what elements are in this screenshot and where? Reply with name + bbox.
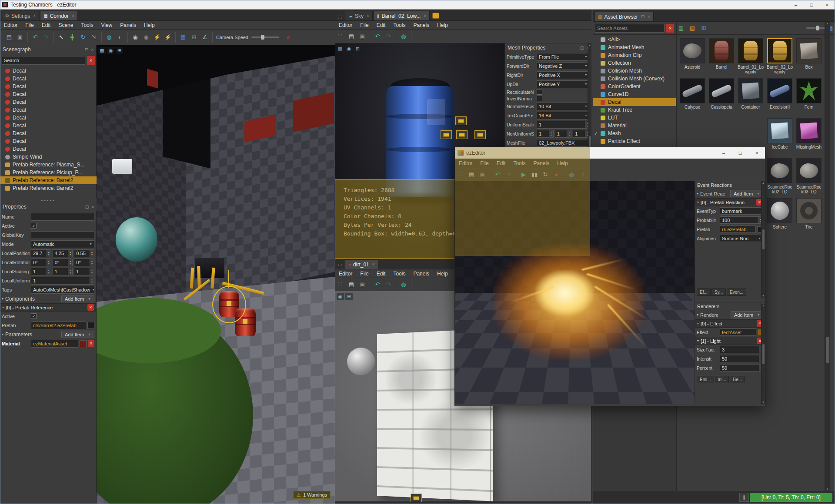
- mesh-file-input[interactable]: 02_Lowpoly.FBX: [537, 139, 590, 147]
- invert-normals-checkbox[interactable]: [537, 96, 542, 101]
- undo-button[interactable]: ↶: [372, 31, 383, 42]
- material-color-swatch[interactable]: [80, 340, 87, 347]
- save-button[interactable]: ▤: [346, 31, 357, 42]
- dock-grip[interactable]: ⋮⋮: [337, 282, 343, 286]
- panel-tab[interactable]: Even...: [727, 288, 746, 296]
- dock-float-icon[interactable]: ⊡: [85, 205, 89, 209]
- maximize-button[interactable]: □: [732, 147, 748, 159]
- restart-button[interactable]: ↻: [540, 169, 551, 180]
- simulate-button[interactable]: ⚡: [152, 32, 162, 43]
- menu-item[interactable]: Help: [433, 269, 452, 278]
- record-button[interactable]: ●: [551, 169, 561, 180]
- alignment-dropdown[interactable]: Surface Non▼: [720, 235, 763, 242]
- scenegraph-item[interactable]: Decal: [0, 137, 97, 145]
- menu-item[interactable]: Panels: [116, 21, 140, 29]
- play-button[interactable]: ▶: [518, 169, 529, 180]
- sound-toggle-button[interactable]: ♫: [283, 32, 293, 43]
- percent-spinner[interactable]: 50▲▼: [720, 364, 764, 371]
- log-pause-button[interactable]: ∥: [739, 493, 749, 502]
- scenegraph-item[interactable]: Decal: [0, 90, 97, 98]
- search-clear-button[interactable]: ×: [87, 56, 95, 65]
- nonuniform-x-spinner[interactable]: 1▲▼: [537, 130, 554, 138]
- size-factor-spinner[interactable]: 3▲▼: [720, 346, 764, 353]
- add-parameter-button[interactable]: Add Item▼: [61, 331, 94, 338]
- menu-item[interactable]: Scene: [54, 21, 77, 29]
- scenegraph-item[interactable]: Prefab Reference: Barrel2: [0, 176, 97, 184]
- render-pipeline-button[interactable]: ▦: [337, 45, 344, 53]
- asset-type-item[interactable]: ✓ ColorGradient: [593, 83, 676, 90]
- scaling-z-spinner[interactable]: 1▲▼: [74, 268, 94, 275]
- position-y-spinner[interactable]: 4.25▲▼: [53, 249, 73, 257]
- document-tab[interactable]: ⚙ Settings ×: [2, 11, 39, 20]
- shading-mode-button[interactable]: ◐: [115, 32, 125, 43]
- asset-browser-tab[interactable]: ▧ Asset Browser ⊡ ×: [595, 12, 654, 21]
- add-renderer-button[interactable]: Add Item▼: [731, 311, 764, 318]
- position-x-spinner[interactable]: 29.7▲▼: [31, 249, 51, 257]
- scenegraph-item[interactable]: Prefab Reference: Pickup_P...: [0, 169, 97, 176]
- snap-angle-button[interactable]: ∠: [200, 32, 210, 43]
- menu-item[interactable]: Panels: [409, 21, 433, 29]
- dock-grip[interactable]: ⋮⋮: [337, 33, 343, 38]
- scale-tool-button[interactable]: ⇲: [89, 32, 99, 43]
- search-clear-button[interactable]: ×: [666, 24, 674, 33]
- redo-button[interactable]: ↷: [503, 169, 514, 180]
- asset-thumbnail[interactable]: ScannedRock02_LQ: [766, 158, 794, 194]
- asset-thumbnail[interactable]: Fern: [795, 78, 823, 109]
- scenegraph-item[interactable]: Prefab Reference: Plasma_S...: [0, 161, 97, 169]
- menu-item[interactable]: File: [21, 21, 37, 29]
- primitive-type-dropdown[interactable]: From File▼: [537, 53, 590, 61]
- tab-close-icon[interactable]: ×: [424, 13, 426, 18]
- asset-thumbnail[interactable]: Cassiopeia: [708, 78, 735, 109]
- dock-grip[interactable]: ⋮⋮: [457, 172, 463, 176]
- asset-thumbnail[interactable]: Asteroid: [678, 38, 706, 70]
- right-dir-dropdown[interactable]: Positive X▼: [537, 71, 590, 79]
- camera-button[interactable]: ◉: [337, 293, 344, 300]
- up-dir-dropdown[interactable]: Positive Y▼: [537, 80, 590, 88]
- minimize-button[interactable]: –: [715, 147, 732, 159]
- normal-precision-dropdown[interactable]: 10 Bit▼: [537, 103, 590, 110]
- asset-type-item[interactable]: ✓ Collision Mesh (Convex): [593, 75, 676, 83]
- tab-close-icon[interactable]: ×: [372, 262, 375, 267]
- mode-dropdown[interactable]: Automatic▼: [31, 240, 94, 248]
- document-tab[interactable]: ☁ Sky ×: [345, 11, 373, 20]
- asset-type-item[interactable]: ✓ Animated Mesh: [593, 43, 676, 51]
- save-all-button[interactable]: ▣: [15, 32, 25, 43]
- menu-item[interactable]: Tools: [389, 21, 409, 29]
- forward-dir-dropdown[interactable]: Negative Z▼: [537, 62, 590, 70]
- scenegraph-item[interactable]: Decal: [0, 106, 97, 114]
- asset-thumbnail[interactable]: Box: [795, 38, 823, 70]
- menu-item[interactable]: Panels: [409, 269, 433, 278]
- asset-thumbnail[interactable]: Container: [737, 78, 765, 109]
- save-button[interactable]: ▤: [346, 279, 357, 290]
- dock-indicator-top[interactable]: [455, 116, 467, 125]
- asset-thumbnail[interactable]: Calypso: [678, 78, 706, 109]
- add-component-button[interactable]: Add Item▼: [61, 295, 94, 302]
- scenegraph-item[interactable]: Decal: [0, 98, 97, 106]
- menu-item[interactable]: Editor: [455, 159, 476, 168]
- panel-tab[interactable]: Sy...: [711, 288, 726, 296]
- grid-toggle-button[interactable]: ⊞: [345, 293, 353, 300]
- render-pipeline-button[interactable]: ▦: [98, 47, 106, 54]
- asset-view-button[interactable]: ⊞: [698, 23, 709, 33]
- grid-toggle-button[interactable]: ⊞: [354, 45, 361, 53]
- particle-editor-window[interactable]: ezEditor – □ × EditorFileEditToolsPanels…: [454, 147, 765, 406]
- remove-parameter-button[interactable]: ×: [88, 340, 94, 347]
- undo-button[interactable]: ↶: [30, 32, 40, 43]
- material-asset-input[interactable]: ezMaterialAsset: [31, 340, 78, 348]
- scenegraph-item[interactable]: Decal: [0, 114, 97, 122]
- redo-button[interactable]: ↷: [383, 31, 394, 42]
- redo-button[interactable]: ↷: [383, 279, 394, 290]
- intensity-spinner[interactable]: 50▲▼: [720, 355, 764, 362]
- asset-type-item[interactable]: ✓ Kraut Tree: [593, 106, 676, 114]
- probability-spinner[interactable]: 100▲▼: [720, 216, 763, 224]
- dock-float-icon[interactable]: ⊡: [641, 14, 645, 19]
- asset-thumbnail[interactable]: Sphere: [766, 198, 794, 229]
- menu-item[interactable]: Edit: [38, 21, 55, 29]
- dock-float-icon[interactable]: ⊡: [580, 46, 584, 50]
- position-z-spinner[interactable]: 0.55▲▼: [74, 249, 94, 257]
- warnings-badge[interactable]: ⚠ 1 Warnings: [293, 491, 331, 499]
- rotation-y-spinner[interactable]: 0°▲▼: [53, 259, 73, 266]
- selection-gizmo[interactable]: [212, 286, 246, 323]
- scenegraph-item[interactable]: Prefab Reference: Barrel2: [0, 184, 97, 192]
- tab-close-icon[interactable]: ×: [648, 14, 650, 19]
